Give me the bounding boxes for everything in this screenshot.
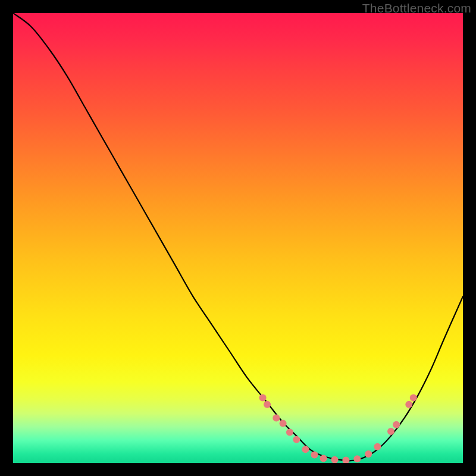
- curve-markers: [259, 394, 417, 463]
- curve-marker-dot: [387, 428, 394, 435]
- curve-layer: [13, 13, 463, 463]
- plot-area: [13, 13, 463, 463]
- curve-marker-dot: [286, 429, 293, 436]
- curve-marker-dot: [353, 455, 361, 462]
- curve-marker-dot: [273, 414, 280, 421]
- curve-marker-dot: [393, 421, 400, 428]
- curve-marker-dot: [259, 394, 267, 401]
- curve-marker-dot: [302, 446, 309, 453]
- curve-marker-dot: [264, 401, 271, 408]
- bottleneck-curve: [13, 13, 463, 461]
- curve-marker-dot: [293, 436, 300, 443]
- curve-marker-dot: [374, 443, 381, 450]
- chart-stage: TheBottleneck.com: [0, 0, 476, 476]
- curve-marker-dot: [331, 456, 339, 463]
- curve-marker-dot: [280, 420, 287, 427]
- curve-marker-dot: [365, 450, 372, 458]
- curve-marker-dot: [342, 457, 349, 464]
- watermark-text: TheBottleneck.com: [362, 1, 471, 15]
- curve-marker-dot: [320, 455, 327, 462]
- curve-marker-dot: [410, 394, 417, 401]
- curve-marker-dot: [311, 451, 318, 458]
- curve-marker-dot: [405, 401, 412, 408]
